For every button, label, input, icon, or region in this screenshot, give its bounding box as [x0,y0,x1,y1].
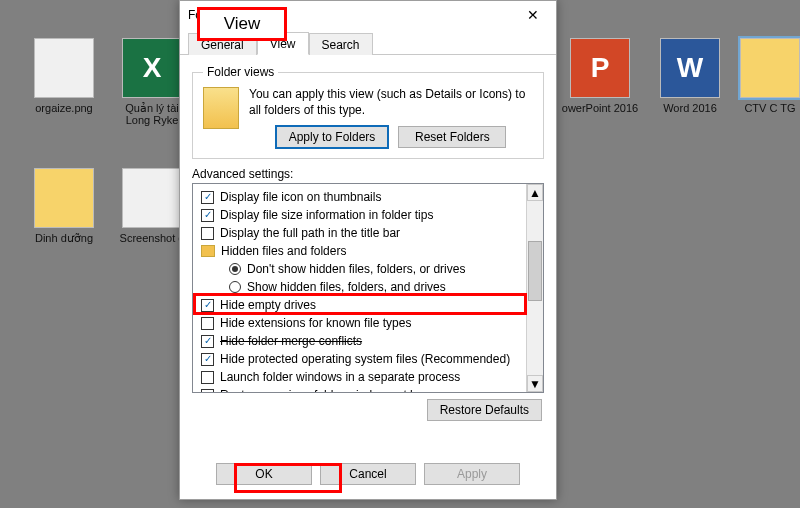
group-legend: Folder views [203,65,278,79]
tree-row-label: Don't show hidden files, folders, or dri… [247,260,465,278]
tab-label: General [201,38,244,52]
folder-icon [34,168,94,228]
tab-view[interactable]: View [257,32,309,55]
tree-row[interactable]: Launch folder windows in a separate proc… [199,368,522,386]
excel-icon: X [122,38,182,98]
tree-row[interactable]: Hide extensions for known file types [199,314,522,332]
tree-row-label: Hide extensions for known file types [220,314,411,332]
tree-row[interactable]: ✓Display file icon on thumbnails [199,188,522,206]
folder-views-text: You can apply this view (such as Details… [249,87,533,118]
desktop-item[interactable]: P owerPoint 2016 [560,38,640,114]
scroll-track[interactable] [527,201,543,375]
desktop-item-label: orgaize.png [24,102,104,114]
apply-to-folders-button[interactable]: Apply to Folders [276,126,389,148]
close-icon: ✕ [527,7,539,23]
tree-row[interactable]: Restore previous folder windows at logon [199,386,522,392]
powerpoint-icon: P [570,38,630,98]
titlebar[interactable]: Folder Options ✕ [180,1,556,29]
tree-row-label: Hide folder merge conflicts [220,332,362,350]
tree-row[interactable]: Show hidden files, folders, and drives [199,278,522,296]
radio[interactable] [229,281,241,293]
folder-icon [740,38,800,98]
tab-label: View [270,37,296,51]
scrollbar: ▲ ▼ [526,184,543,392]
close-button[interactable]: ✕ [514,1,552,29]
tab-general[interactable]: General [188,33,257,55]
restore-defaults-button[interactable]: Restore Defaults [427,399,542,421]
tab-search[interactable]: Search [309,33,373,55]
radio[interactable] [229,263,241,275]
desktop-item-selected[interactable]: CTV C TG [740,38,800,114]
dialog-content: Folder views You can apply this view (su… [180,55,556,451]
folder-views-group: Folder views You can apply this view (su… [192,65,544,159]
folder-views-icon [203,87,239,129]
checkbox[interactable] [201,227,214,240]
scroll-up-button[interactable]: ▲ [527,184,543,201]
apply-button[interactable]: Apply [424,463,520,485]
desktop-item[interactable]: orgaize.png [24,38,104,114]
checkbox[interactable]: ✓ [201,335,214,348]
checkbox[interactable] [201,371,214,384]
checkbox[interactable] [201,389,214,393]
folder-options-dialog: Folder Options ✕ General View Search Fol… [179,0,557,500]
checkbox[interactable]: ✓ [201,299,214,312]
tree-row[interactable]: ✓Hide folder merge conflicts [199,332,522,350]
desktop-item[interactable]: Dinh dưỡng [24,168,104,244]
tree-row-label: Display the full path in the title bar [220,224,400,242]
desktop-item-label: CTV C TG [740,102,800,114]
scroll-down-button[interactable]: ▼ [527,375,543,392]
tree-row[interactable]: Don't show hidden files, folders, or dri… [199,260,522,278]
scroll-thumb[interactable] [528,241,542,301]
checkbox[interactable]: ✓ [201,209,214,222]
desktop-item-label: Word 2016 [650,102,730,114]
tab-strip: General View Search [180,29,556,55]
tree-row-label: Launch folder windows in a separate proc… [220,368,460,386]
word-icon: W [660,38,720,98]
tree-list[interactable]: ✓Display file icon on thumbnails✓Display… [193,184,526,392]
advanced-settings-tree: ✓Display file icon on thumbnails✓Display… [192,183,544,393]
tree-row[interactable]: ✓Hide empty drives [199,296,522,314]
tree-row[interactable]: Hidden files and folders [199,242,522,260]
tree-row-label: Display file size information in folder … [220,206,433,224]
desktop-item-label: Dinh dưỡng [24,232,104,244]
folder-icon [201,245,215,257]
tree-row-label: Hide protected operating system files (R… [220,350,510,368]
image-icon [122,168,182,228]
checkbox[interactable]: ✓ [201,191,214,204]
tab-label: Search [322,38,360,52]
image-icon [34,38,94,98]
dialog-footer: OK Cancel Apply [180,451,556,499]
tree-row-label: Hidden files and folders [221,242,346,260]
desktop-item[interactable]: W Word 2016 [650,38,730,114]
ok-button[interactable]: OK [216,463,312,485]
checkbox[interactable]: ✓ [201,353,214,366]
dialog-title: Folder Options [188,8,514,22]
tree-row-label: Hide empty drives [220,296,316,314]
tree-row-label: Restore previous folder windows at logon [220,386,439,392]
tree-row[interactable]: ✓Hide protected operating system files (… [199,350,522,368]
cancel-button[interactable]: Cancel [320,463,416,485]
advanced-settings-label: Advanced settings: [192,167,544,181]
checkbox[interactable] [201,317,214,330]
tree-row-label: Display file icon on thumbnails [220,188,381,206]
reset-folders-button[interactable]: Reset Folders [398,126,506,148]
tree-row[interactable]: Display the full path in the title bar [199,224,522,242]
desktop-item-label: owerPoint 2016 [560,102,640,114]
tree-row[interactable]: ✓Display file size information in folder… [199,206,522,224]
tree-row-label: Show hidden files, folders, and drives [247,278,446,296]
